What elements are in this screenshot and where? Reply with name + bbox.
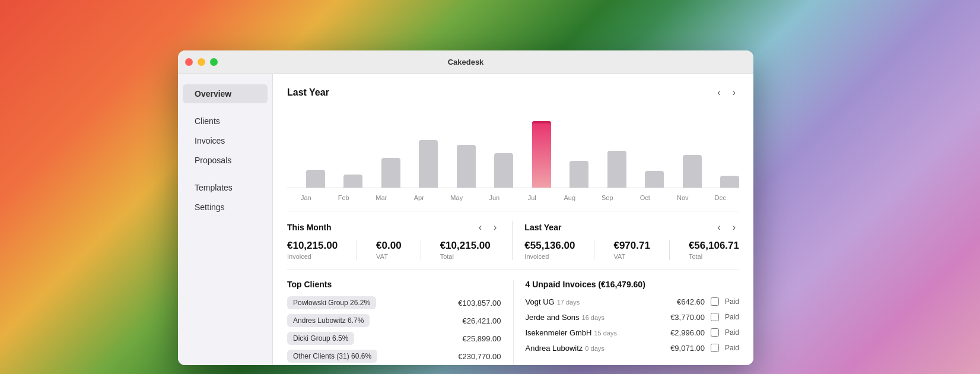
- stat-sep-3: [594, 240, 594, 260]
- bar-label-mar: Mar: [376, 194, 387, 201]
- list-item[interactable]: Other Clients (31) 60.6%€230,770.00: [287, 350, 501, 363]
- this-month-invoiced-value: €10,215.00: [287, 240, 338, 252]
- sidebar-item-invoices[interactable]: Invoices: [183, 131, 268, 150]
- chart-next-button[interactable]: ›: [729, 86, 739, 99]
- bar-feb[interactable]: [343, 175, 362, 188]
- bar-label-dec: Dec: [714, 194, 726, 201]
- bar-nov[interactable]: [683, 155, 702, 188]
- this-month-header: This Month ‹ ›: [287, 221, 500, 234]
- this-month-vat-value: €0.00: [376, 240, 402, 252]
- this-month-vat: €0.00 VAT: [376, 240, 402, 260]
- last-year-title: Last Year: [524, 223, 561, 232]
- bar-label-feb: Feb: [338, 194, 349, 201]
- last-year-vat: €970.71 VAT: [613, 240, 650, 260]
- invoice-amount: €3,770.00: [670, 313, 705, 322]
- bar-jun[interactable]: [494, 153, 513, 188]
- last-year-total-value: €56,106.71: [689, 240, 739, 252]
- invoice-days: 0 days: [585, 345, 604, 352]
- bar-mar[interactable]: [381, 158, 400, 188]
- invoice-client-name: Isekenmeier GmbH: [526, 328, 592, 337]
- invoice-client-info: Andrea Lubowitz0 days: [526, 343, 604, 353]
- last-year-total: €56,106.71 Total: [689, 240, 739, 260]
- chart-header: Last Year ‹ ›: [287, 86, 739, 99]
- top-clients-heading: Top Clients: [287, 280, 501, 289]
- bar-aug[interactable]: [569, 161, 588, 188]
- paid-checkbox[interactable]: [711, 313, 719, 321]
- bar-label-jul: Jul: [528, 194, 536, 201]
- invoice-client-info: Isekenmeier GmbH15 days: [526, 327, 618, 338]
- list-item[interactable]: Andres Lubowitz 6.7%€26,421.00: [287, 314, 501, 327]
- list-item[interactable]: Dicki Group 6.5%€25,899.00: [287, 332, 501, 345]
- last-year-header: Last Year ‹ ›: [524, 221, 739, 234]
- close-button[interactable]: [185, 58, 193, 66]
- bar-group-feb: [325, 175, 363, 188]
- bottom-divider: [287, 270, 739, 270]
- bar-jan[interactable]: [306, 170, 325, 188]
- invoice-client-info: Jerde and Sons16 days: [526, 312, 605, 322]
- bar-group-may: [438, 145, 476, 188]
- bar-chart: [287, 105, 739, 188]
- this-month-title: This Month: [287, 223, 332, 232]
- paid-label: Paid: [725, 313, 739, 321]
- this-month-next[interactable]: ›: [490, 221, 500, 234]
- sidebar-item-settings[interactable]: Settings: [183, 198, 268, 217]
- stats-divider: [287, 211, 739, 211]
- invoice-right: €9,071.00Paid: [670, 344, 739, 353]
- invoice-right: €3,770.00Paid: [670, 313, 739, 322]
- bar-group-jul: [513, 121, 551, 188]
- this-month-prev[interactable]: ‹: [475, 221, 485, 234]
- list-item[interactable]: Powlowski Group 26.2%€103,857.00: [287, 296, 501, 309]
- invoice-client-info: Vogt UG17 days: [526, 296, 580, 307]
- paid-checkbox[interactable]: [711, 344, 719, 352]
- last-year-panel: Last Year ‹ › €55,136.00 Invoiced: [524, 221, 739, 260]
- sidebar-item-clients[interactable]: Clients: [183, 112, 268, 131]
- last-year-prev[interactable]: ‹: [714, 221, 724, 234]
- last-year-stats: €55,136.00 Invoiced €970.71 VAT €56,106.…: [524, 240, 739, 260]
- paid-checkbox[interactable]: [711, 297, 719, 306]
- bar-group-oct: [626, 171, 664, 188]
- sidebar-item-proposals[interactable]: Proposals: [183, 151, 268, 170]
- stats-container: This Month ‹ › €10,215.00 Invoiced: [287, 221, 739, 260]
- clients-list: Powlowski Group 26.2%€103,857.00Andres L…: [287, 296, 501, 363]
- bottom-section: Top Clients Powlowski Group 26.2%€103,85…: [287, 280, 739, 365]
- bar-jul[interactable]: [532, 121, 551, 188]
- chart-prev-button[interactable]: ‹: [714, 86, 724, 99]
- table-row: Vogt UG17 days€642.60Paid: [526, 296, 740, 307]
- this-month-nav: ‹ ›: [475, 221, 501, 234]
- client-amount: €230,770.00: [458, 352, 501, 361]
- invoice-client-name: Jerde and Sons: [526, 313, 580, 322]
- this-month-total-label: Total: [440, 253, 491, 260]
- this-month-total: €10,215.00 Total: [440, 240, 491, 260]
- invoice-client-name: Andrea Lubowitz: [526, 344, 583, 353]
- last-year-total-label: Total: [689, 253, 739, 260]
- invoice-days: 16 days: [582, 314, 605, 321]
- invoice-days: 17 days: [557, 299, 580, 306]
- bar-sep[interactable]: [607, 151, 626, 188]
- paid-checkbox[interactable]: [711, 328, 719, 337]
- client-amount: €25,899.00: [462, 334, 501, 343]
- stat-sep-4: [669, 240, 670, 260]
- invoice-amount: €642.60: [677, 297, 705, 306]
- this-month-invoiced: €10,215.00 Invoiced: [287, 240, 338, 260]
- sidebar-item-templates[interactable]: Templates: [183, 178, 268, 197]
- sidebar-group-secondary: Templates Settings: [178, 178, 272, 217]
- invoice-amount: €9,071.00: [670, 344, 705, 353]
- sidebar-item-overview[interactable]: Overview: [183, 84, 268, 103]
- invoice-right: €642.60Paid: [677, 297, 739, 306]
- bar-oct[interactable]: [645, 171, 664, 188]
- bar-label-sep: Sep: [602, 194, 613, 201]
- bar-may[interactable]: [457, 145, 476, 188]
- invoice-right: €2,996.00Paid: [670, 328, 739, 337]
- bar-group-apr: [400, 140, 438, 188]
- bar-group-aug: [551, 161, 589, 188]
- maximize-button[interactable]: [210, 58, 218, 66]
- minimize-button[interactable]: [198, 58, 205, 66]
- table-row: Jerde and Sons16 days€3,770.00Paid: [526, 312, 740, 322]
- invoice-amount: €2,996.00: [670, 328, 705, 337]
- table-row: Andrea Lubowitz0 days€9,071.00Paid: [526, 343, 740, 353]
- last-year-next[interactable]: ›: [729, 221, 739, 234]
- bar-dec[interactable]: [720, 176, 739, 188]
- bar-label-nov: Nov: [677, 194, 689, 201]
- paid-label: Paid: [725, 344, 739, 352]
- bar-apr[interactable]: [419, 140, 438, 188]
